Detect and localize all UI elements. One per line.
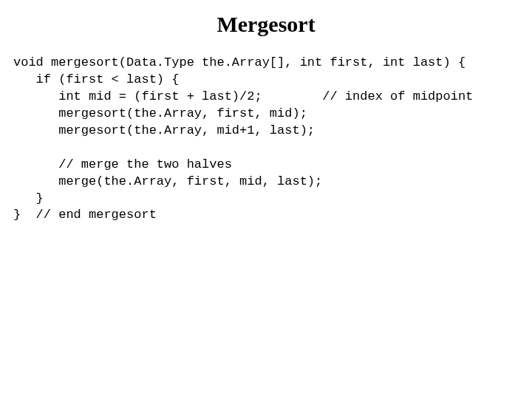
slide: Mergesort void mergesort(Data.Type the.A… [0, 0, 532, 399]
code-block: void mergesort(Data.Type the.Array[], in… [13, 55, 519, 224]
slide-title: Mergesort [13, 12, 519, 37]
